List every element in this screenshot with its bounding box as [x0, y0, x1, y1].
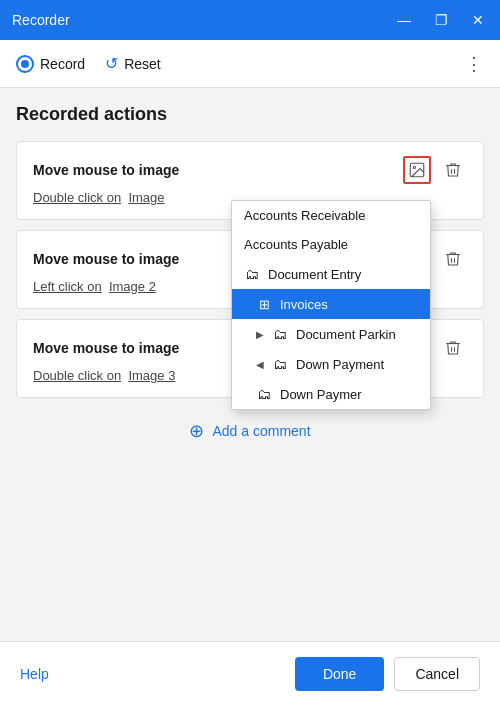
- action-1-link[interactable]: Image: [128, 190, 164, 205]
- dropdown-item-document-parkin[interactable]: ▶ 🗂 Document Parkin: [232, 319, 430, 349]
- action-1-image-icon[interactable]: [403, 156, 431, 184]
- action-2-delete-icon[interactable]: [439, 245, 467, 273]
- accounts-payable-label: Accounts Payable: [244, 237, 348, 252]
- action-1-icons: [403, 156, 467, 184]
- close-button[interactable]: ✕: [468, 11, 488, 29]
- tree-arrow-icon-2: ◀: [256, 359, 264, 370]
- minimize-button[interactable]: —: [393, 11, 415, 29]
- folder-icon-3: 🗂: [272, 356, 288, 372]
- window-controls: — ❐ ✕: [393, 11, 488, 29]
- cancel-button[interactable]: Cancel: [394, 657, 480, 691]
- dropdown-item-down-payment2[interactable]: 🗂 Down Paymer: [232, 379, 430, 409]
- trash-icon-2: [444, 250, 462, 268]
- trash-icon-3: [444, 339, 462, 357]
- invoices-label: Invoices: [280, 297, 328, 312]
- document-entry-label: Document Entry: [268, 267, 361, 282]
- reset-icon: ↺: [105, 54, 118, 73]
- add-comment-icon: ⊕: [189, 420, 204, 442]
- folder-icon-2: 🗂: [272, 326, 288, 342]
- down-payment-label: Down Payment: [296, 357, 384, 372]
- svg-point-1: [413, 166, 415, 168]
- down-payment2-label: Down Paymer: [280, 387, 362, 402]
- action-3-link[interactable]: Image 3: [128, 368, 175, 383]
- folder-icon-4: 🗂: [256, 386, 272, 402]
- record-button[interactable]: Record: [16, 55, 85, 73]
- add-comment-label: Add a comment: [212, 423, 310, 439]
- dropdown-item-down-payment[interactable]: ◀ 🗂 Down Payment: [232, 349, 430, 379]
- section-title: Recorded actions: [16, 104, 484, 125]
- accounts-receivable-label: Accounts Receivable: [244, 208, 365, 223]
- dropdown-item-document-entry[interactable]: 🗂 Document Entry: [232, 259, 430, 289]
- main-content: Recorded actions Move mouse to image: [0, 88, 500, 641]
- action-2-link[interactable]: Image 2: [109, 279, 156, 294]
- dropdown-item-invoices[interactable]: ⊞ Invoices: [232, 289, 430, 319]
- record-label: Record: [40, 56, 85, 72]
- record-icon: [16, 55, 34, 73]
- toolbar-left: Record ↺ Reset: [16, 54, 161, 73]
- toolbar: Record ↺ Reset ⋮: [0, 40, 500, 88]
- add-comment-button[interactable]: ⊕ Add a comment: [16, 408, 484, 454]
- document-parkin-label: Document Parkin: [296, 327, 396, 342]
- action-2-title: Move mouse to image: [33, 251, 179, 267]
- reset-button[interactable]: ↺ Reset: [105, 54, 161, 73]
- tree-arrow-icon: ▶: [256, 329, 264, 340]
- app-title: Recorder: [12, 12, 70, 28]
- record-dot: [21, 60, 29, 68]
- done-button[interactable]: Done: [295, 657, 384, 691]
- dropdown-item-accounts-payable[interactable]: Accounts Payable: [232, 230, 430, 259]
- action-3-title: Move mouse to image: [33, 340, 179, 356]
- action-card-1: Move mouse to image: [16, 141, 484, 220]
- action-3-delete-icon[interactable]: [439, 334, 467, 362]
- footer-actions: Done Cancel: [295, 657, 480, 691]
- reset-label: Reset: [124, 56, 161, 72]
- help-button[interactable]: Help: [20, 666, 49, 682]
- dropdown-menu: Accounts Receivable Accounts Payable 🗂 D…: [231, 200, 431, 410]
- folder-icon: 🗂: [244, 266, 260, 282]
- action-card-1-header: Move mouse to image: [33, 156, 467, 184]
- image-icon: [408, 161, 426, 179]
- grid-icon: ⊞: [256, 296, 272, 312]
- action-1-delete-icon[interactable]: [439, 156, 467, 184]
- restore-button[interactable]: ❐: [431, 11, 452, 29]
- dropdown-item-accounts-receivable[interactable]: Accounts Receivable: [232, 201, 430, 230]
- footer: Help Done Cancel: [0, 641, 500, 705]
- title-bar: Recorder — ❐ ✕: [0, 0, 500, 40]
- trash-icon: [444, 161, 462, 179]
- action-1-title: Move mouse to image: [33, 162, 179, 178]
- more-options-button[interactable]: ⋮: [465, 53, 484, 75]
